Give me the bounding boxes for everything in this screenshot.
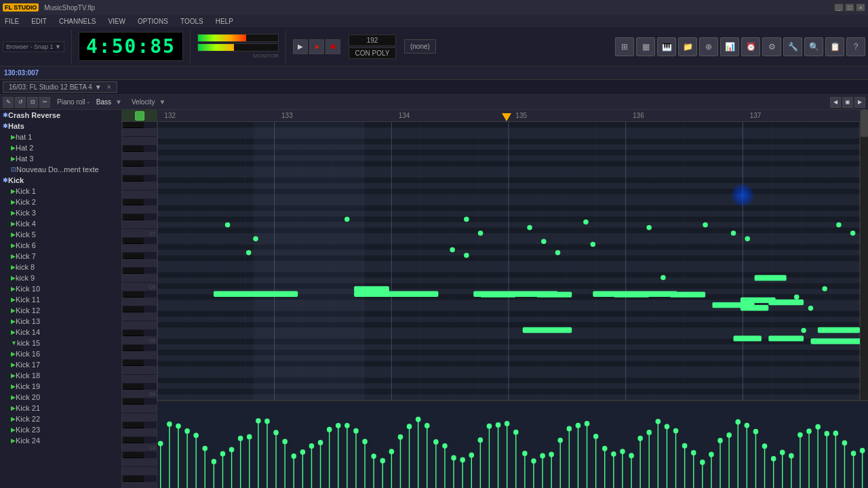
sidebar-item-kick17[interactable]: ▶ Kick 17 [0,359,121,370]
sidebar-item-kick19[interactable]: ▶ Kick 19 [0,381,121,392]
menu-help[interactable]: HELP [214,18,235,25]
piano-key-white[interactable] [122,190,157,199]
sidebar-item-kick15[interactable]: ▼ kick 15 [0,338,121,348]
sidebar-item-kick24[interactable]: ▶ Kick 24 [0,435,121,446]
piano-key-black[interactable] [123,214,144,220]
piano-key-white[interactable] [122,182,157,190]
piano-key-black[interactable] [123,437,144,443]
piano-key-white[interactable]: C6 [122,283,157,291]
piano-key-white[interactable] [122,244,157,253]
version-arrow[interactable]: ▼ [95,83,102,91]
sidebar-item-kick3[interactable]: ▶ Kick 3 [0,207,121,218]
sidebar-item-hat2[interactable]: ▶ Hat 2 [0,142,121,153]
piano-key-black[interactable] [123,176,144,182]
menu-view[interactable]: VIEW [106,18,127,25]
pr-tool-3[interactable]: ⊡ [27,97,38,108]
sidebar-item-kick14[interactable]: ▶ Kick 14 [0,327,121,338]
export-button[interactable]: 🔧 [783,37,802,56]
sidebar-item-nouveau[interactable]: ⊡ Nouveau Do...ment texte [0,164,121,175]
sidebar-item-crash-reverse[interactable]: ✱ Crash Reverse [0,110,121,121]
sidebar-item-kick6[interactable]: ▶ Kick 6 [0,240,121,251]
channel-rack-button[interactable]: ▦ [636,37,655,56]
menu-tools[interactable]: TOOLS [178,18,205,25]
piano-key-white[interactable] [122,366,157,375]
pr-tool-2[interactable]: ↺ [15,97,26,108]
sidebar-item-kick23[interactable]: ▶ Kick 23 [0,424,121,435]
sidebar-item-kick4[interactable]: ▶ Kick 4 [0,218,121,229]
scrollbar-thumb[interactable] [861,110,868,137]
piano-key-white[interactable] [122,413,157,422]
sidebar-item-kick21[interactable]: ▶ Kick 21 [0,403,121,413]
piano-roll-grid[interactable]: 132133134135136137 [157,110,860,400]
piano-key-black[interactable] [123,422,144,428]
sidebar-item-hat3[interactable]: ▶ Hat 3 [0,153,121,164]
sidebar-item-kick13[interactable]: ▶ Kick 13 [0,316,121,327]
menu-file[interactable]: FILE [3,18,21,25]
plugin-button[interactable]: ⊕ [699,37,718,56]
sidebar-item-kick8[interactable]: ▶ kick 8 [0,262,121,272]
piano-key-black[interactable] [123,161,144,167]
sidebar-item-kick12[interactable]: ▶ Kick 12 [0,305,121,316]
piano-key-white[interactable] [122,205,157,214]
piano-key-white[interactable] [122,321,157,330]
sidebar-item-kick16[interactable]: ▶ Kick 16 [0,348,121,359]
sidebar-item-kick22[interactable]: ▶ Kick 22 [0,413,121,424]
piano-key-white[interactable] [122,467,157,476]
clock-button[interactable]: ⏰ [741,37,760,56]
sidebar-item-kick7[interactable]: ▶ Kick 7 [0,251,121,262]
piano-key-black[interactable] [123,238,144,244]
menu-edit[interactable]: EDIT [29,18,49,25]
piano-key-black[interactable] [123,476,144,482]
piano-key-black[interactable] [123,268,144,274]
sidebar-item-kick1[interactable]: ▶ Kick 1 [0,186,121,197]
pr-tool-1[interactable]: ✎ [3,97,14,108]
piano-key-white[interactable] [122,375,157,384]
mixer-button[interactable]: ⊞ [615,37,634,56]
maximize-button[interactable]: □ [845,3,854,12]
piano-key-black[interactable] [123,122,144,128]
notes-button[interactable]: 📋 [825,37,844,56]
sidebar-item-kick[interactable]: ✱ Kick [0,175,121,186]
piano-key-white[interactable] [122,428,157,437]
piano-key-white[interactable] [122,152,157,161]
piano-key-black[interactable] [123,345,144,351]
close-button[interactable]: × [856,3,865,12]
sidebar-item-kick18[interactable]: ▶ Kick 18 [0,370,121,381]
browser-button[interactable]: 📁 [678,37,697,56]
piano-key-black[interactable] [123,360,144,366]
piano-key-white[interactable]: C3 [122,443,157,452]
piano-key-black[interactable] [123,146,144,152]
settings-button[interactable]: ⚙ [762,37,781,56]
piano-key-white[interactable] [122,458,157,467]
piano-key-white[interactable] [122,298,157,306]
sidebar-item-hats[interactable]: ✱ Hats [0,121,121,131]
piano-key-white[interactable] [122,259,157,268]
piano-key-white[interactable] [122,274,157,283]
sidebar-item-kick5[interactable]: ▶ Kick 5 [0,229,121,240]
version-close[interactable]: × [107,83,111,91]
pr-close[interactable]: ▶ [854,97,865,108]
piano-key-black[interactable] [123,452,144,458]
piano-key-black[interactable] [123,306,144,312]
piano-key-white[interactable] [122,128,157,137]
sidebar-item-kick10[interactable]: ▶ Kick 10 [0,283,121,294]
menu-options[interactable]: OPTIONS [136,18,170,25]
piano-key-white[interactable]: C4 [122,390,157,399]
piano-key-white[interactable] [122,167,157,176]
piano-key-black[interactable] [123,199,144,205]
pr-dropdown[interactable]: ▼ [115,98,122,106]
pr-tool-4[interactable]: ✂ [39,97,50,108]
piano-roll-button[interactable]: 🎹 [657,37,676,56]
menu-channels[interactable]: CHANNELS [57,18,98,25]
piano-key-white[interactable]: C7 [122,229,157,238]
piano-key-white[interactable]: C5 [122,336,157,345]
play-button[interactable]: ▶ [293,39,308,54]
sidebar-item-hat1[interactable]: ▶ hat 1 [0,131,121,142]
pr-velocity-dropdown[interactable]: ▼ [159,98,165,106]
help-button[interactable]: ? [846,37,865,56]
piano-key-black[interactable] [123,253,144,259]
sidebar-item-kick11[interactable]: ▶ Kick 11 [0,294,121,305]
sidebar-item-kick9[interactable]: ▶ kick 9 [0,272,121,283]
stop-button[interactable]: ■ [309,39,324,54]
piano-key-white[interactable] [122,482,157,488]
